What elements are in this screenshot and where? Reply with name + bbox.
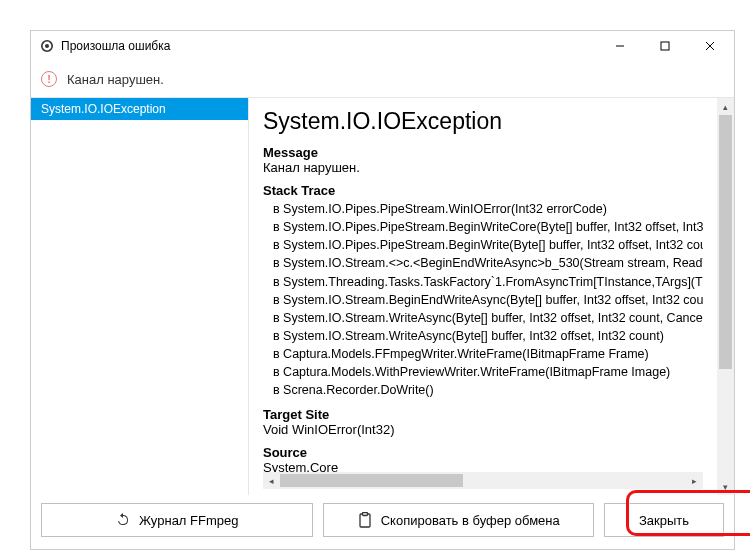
copy-button[interactable]: Скопировать в буфер обмена: [323, 503, 595, 537]
target-site-label: Target Site: [263, 407, 703, 422]
exception-list[interactable]: System.IO.IOException: [31, 98, 249, 495]
stack-trace-label: Stack Trace: [263, 183, 703, 198]
app-icon: [39, 38, 55, 54]
stack-line: в Captura.Models.WithPreviewWriter.Write…: [273, 363, 703, 381]
error-icon: !: [41, 71, 57, 87]
window-title: Произошла ошибка: [61, 39, 597, 53]
scroll-down-arrow-icon[interactable]: ▾: [717, 478, 734, 495]
main-content: System.IO.IOException System.IO.IOExcept…: [31, 97, 734, 495]
ffmpeg-log-button[interactable]: Журнал FFmpeg: [41, 503, 313, 537]
exception-list-item[interactable]: System.IO.IOException: [31, 98, 248, 120]
clipboard-icon: [357, 512, 373, 528]
stack-line: в System.IO.Stream.WriteAsync(Byte[] buf…: [273, 327, 703, 345]
stack-line: в System.IO.Pipes.PipeStream.BeginWriteC…: [273, 218, 703, 236]
history-icon: [115, 512, 131, 528]
target-site-value: Void WinIOError(Int32): [263, 422, 703, 437]
maximize-button[interactable]: [642, 32, 687, 61]
scroll-left-arrow-icon[interactable]: ◂: [263, 472, 280, 489]
message-label: Message: [263, 145, 703, 160]
scroll-up-arrow-icon[interactable]: ▴: [717, 98, 734, 115]
stack-line: в System.IO.Pipes.PipeStream.BeginWrite(…: [273, 236, 703, 254]
message-value: Канал нарушен.: [263, 160, 703, 175]
stack-line: в System.IO.Pipes.PipeStream.WinIOError(…: [273, 200, 703, 218]
svg-point-1: [45, 44, 49, 48]
ffmpeg-log-label: Журнал FFmpeg: [139, 513, 238, 528]
hscroll-thumb[interactable]: [280, 474, 463, 487]
stack-line: в Captura.Models.FFmpegWriter.WriteFrame…: [273, 345, 703, 363]
alert-row: ! Канал нарушен.: [31, 61, 734, 97]
close-window-button[interactable]: [687, 32, 732, 61]
horizontal-scrollbar[interactable]: ◂ ▸: [263, 472, 703, 489]
titlebar: Произошла ошибка: [31, 31, 734, 61]
scroll-right-arrow-icon[interactable]: ▸: [686, 472, 703, 489]
stack-line: в System.IO.Stream.<>c.<BeginEndWriteAsy…: [273, 254, 703, 272]
source-value: System.Core: [263, 460, 703, 472]
stack-trace-list: в System.IO.Pipes.PipeStream.WinIOError(…: [273, 200, 703, 399]
source-label: Source: [263, 445, 703, 460]
vscroll-thumb[interactable]: [719, 115, 732, 369]
detail-scroll-area: System.IO.IOException Message Канал нару…: [249, 98, 717, 472]
stack-line: в System.IO.Stream.WriteAsync(Byte[] buf…: [273, 309, 703, 327]
alert-message: Канал нарушен.: [67, 72, 164, 87]
minimize-button[interactable]: [597, 32, 642, 61]
dialog-footer: Журнал FFmpeg Скопировать в буфер обмена…: [31, 495, 734, 549]
vertical-scrollbar[interactable]: ▴ ▾: [717, 98, 734, 495]
svg-rect-7: [362, 513, 367, 516]
close-label: Закрыть: [639, 513, 689, 528]
exception-heading: System.IO.IOException: [263, 108, 703, 135]
window-controls: [597, 32, 732, 61]
stack-line: в System.IO.Stream.BeginEndWriteAsync(By…: [273, 291, 703, 309]
close-button[interactable]: Закрыть: [604, 503, 724, 537]
exception-detail: System.IO.IOException Message Канал нару…: [249, 98, 734, 495]
error-dialog: Произошла ошибка ! Канал нарушен. System…: [30, 30, 735, 550]
stack-line: в System.Threading.Tasks.TaskFactory`1.F…: [273, 273, 703, 291]
copy-label: Скопировать в буфер обмена: [381, 513, 560, 528]
stack-line: в Screna.Recorder.DoWrite(): [273, 381, 703, 399]
svg-rect-3: [661, 42, 669, 50]
